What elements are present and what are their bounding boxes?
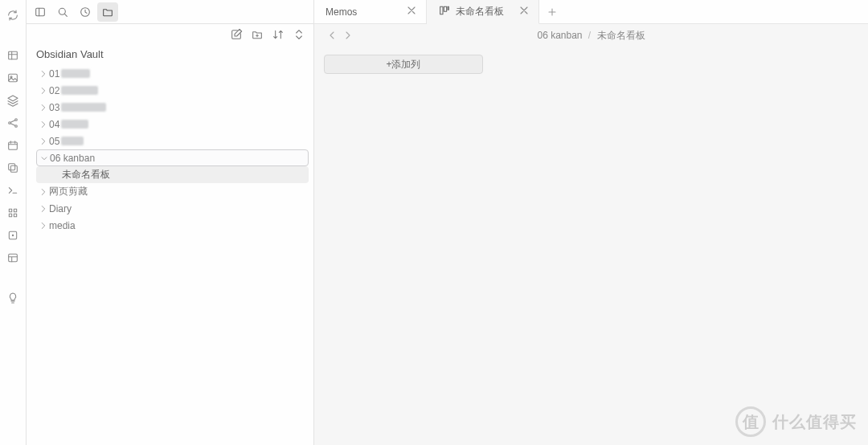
- collapse-icon[interactable]: [291, 27, 307, 43]
- item-label: 未命名看板: [62, 168, 110, 182]
- breadcrumb-file: 未命名看板: [597, 30, 645, 41]
- chevron-right-icon[interactable]: [38, 219, 49, 232]
- image-icon[interactable]: [4, 69, 22, 87]
- main-area: Memos未命名看板 06 kanban / 未命名看板 +添加列: [314, 0, 868, 445]
- search-icon[interactable]: [52, 2, 73, 22]
- kanban-icon: [438, 4, 451, 19]
- terminal-icon[interactable]: [4, 182, 22, 199]
- folder-item[interactable]: Diary: [36, 200, 309, 217]
- file-tree: 010203040506 kanban未命名看板网页剪藏Diarymedia: [27, 65, 313, 445]
- nav-back-icon[interactable]: [324, 27, 340, 43]
- svg-rect-21: [448, 6, 448, 10]
- share-icon[interactable]: [4, 114, 22, 132]
- toggle-left-icon[interactable]: [30, 2, 51, 22]
- tab-label: Memos: [326, 6, 357, 18]
- chevron-right-icon[interactable]: [38, 186, 49, 198]
- redacted-text: [61, 120, 88, 129]
- svg-rect-11: [9, 214, 11, 216]
- folder-item[interactable]: 01: [36, 65, 309, 82]
- clock-icon[interactable]: [75, 2, 96, 22]
- item-label: 01: [49, 68, 59, 80]
- item-label: 02: [49, 85, 59, 96]
- chevron-right-icon[interactable]: [38, 202, 49, 215]
- bulb-icon[interactable]: [4, 289, 22, 307]
- svg-rect-0: [9, 51, 18, 59]
- svg-rect-19: [440, 6, 443, 14]
- table-icon[interactable]: [4, 47, 22, 64]
- item-label: 05: [49, 136, 59, 147]
- svg-rect-10: [14, 209, 16, 211]
- chevron-right-icon[interactable]: [38, 84, 49, 97]
- redacted-text: [61, 86, 98, 95]
- svg-rect-15: [9, 254, 18, 261]
- new-tab-button[interactable]: [539, 0, 565, 23]
- chevron-down-icon[interactable]: [39, 152, 50, 165]
- nav-row: 06 kanban / 未命名看板: [314, 24, 868, 47]
- svg-point-2: [10, 76, 12, 78]
- sync-icon[interactable]: [4, 6, 22, 24]
- folder-icon[interactable]: [97, 2, 118, 22]
- sort-icon[interactable]: [270, 27, 286, 43]
- breadcrumb[interactable]: 06 kanban / 未命名看板: [537, 29, 645, 43]
- chevron-right-icon[interactable]: [38, 67, 49, 80]
- add-column-button[interactable]: +添加列: [324, 55, 483, 74]
- layout-icon[interactable]: [4, 249, 22, 267]
- item-label: 04: [49, 119, 59, 130]
- svg-point-17: [59, 8, 65, 14]
- chevron-right-icon[interactable]: [38, 118, 49, 131]
- copy-icon[interactable]: [4, 159, 22, 177]
- svg-rect-9: [9, 209, 11, 211]
- folder-item[interactable]: 04: [36, 116, 309, 133]
- redacted-text: [61, 69, 90, 78]
- svg-rect-20: [444, 6, 446, 11]
- item-label: 06 kanban: [50, 153, 95, 164]
- svg-rect-13: [9, 231, 16, 239]
- close-icon[interactable]: [405, 4, 418, 19]
- sidebar-actions: [27, 24, 313, 45]
- item-label: 03: [49, 102, 59, 113]
- calendar-icon[interactable]: [4, 137, 22, 154]
- sidebar-top-tabs: [27, 0, 313, 24]
- tab-bar: Memos未命名看板: [314, 0, 868, 24]
- svg-rect-8: [9, 164, 15, 170]
- kanban-canvas: +添加列: [314, 47, 868, 445]
- watermark-text: 什么值得买: [772, 411, 857, 433]
- breadcrumb-sep: /: [588, 30, 591, 41]
- left-ribbon: [0, 0, 27, 445]
- tab[interactable]: 未命名看板: [427, 0, 539, 24]
- folder-item[interactable]: 03: [36, 99, 309, 116]
- nav-forward-icon[interactable]: [340, 27, 356, 43]
- item-label: 网页剪藏: [49, 185, 88, 198]
- folder-item[interactable]: 02: [36, 82, 309, 99]
- new-folder-icon[interactable]: [249, 27, 265, 43]
- layers-icon[interactable]: [4, 92, 22, 109]
- sidebar: Obsidian Vault 010203040506 kanban未命名看板网…: [27, 0, 314, 445]
- svg-rect-16: [36, 8, 45, 15]
- svg-rect-6: [9, 142, 18, 149]
- watermark-circle: 值: [735, 406, 766, 437]
- grid-icon[interactable]: [4, 204, 22, 222]
- svg-rect-1: [9, 74, 18, 81]
- watermark: 值 什么值得买: [735, 406, 857, 437]
- folder-item[interactable]: 未命名看板: [36, 166, 309, 183]
- chevron-right-icon[interactable]: [38, 135, 49, 148]
- breadcrumb-folder: 06 kanban: [537, 30, 582, 41]
- tab[interactable]: Memos: [314, 0, 427, 23]
- item-label: media: [49, 220, 76, 231]
- folder-item[interactable]: media: [36, 217, 309, 234]
- item-label: Diary: [49, 203, 72, 214]
- box-icon[interactable]: [4, 227, 22, 244]
- close-icon[interactable]: [518, 4, 530, 19]
- vault-name[interactable]: Obsidian Vault: [27, 45, 313, 65]
- folder-item[interactable]: 06 kanban: [36, 149, 309, 166]
- svg-rect-7: [10, 165, 17, 172]
- folder-item[interactable]: 05: [36, 133, 309, 149]
- redacted-text: [61, 103, 106, 112]
- chevron-right-icon[interactable]: [38, 101, 49, 114]
- svg-rect-12: [14, 214, 16, 216]
- folder-item[interactable]: 网页剪藏: [36, 183, 309, 200]
- svg-point-14: [12, 235, 13, 235]
- tab-label: 未命名看板: [456, 5, 504, 18]
- redacted-text: [61, 137, 84, 145]
- new-note-icon[interactable]: [228, 27, 244, 43]
